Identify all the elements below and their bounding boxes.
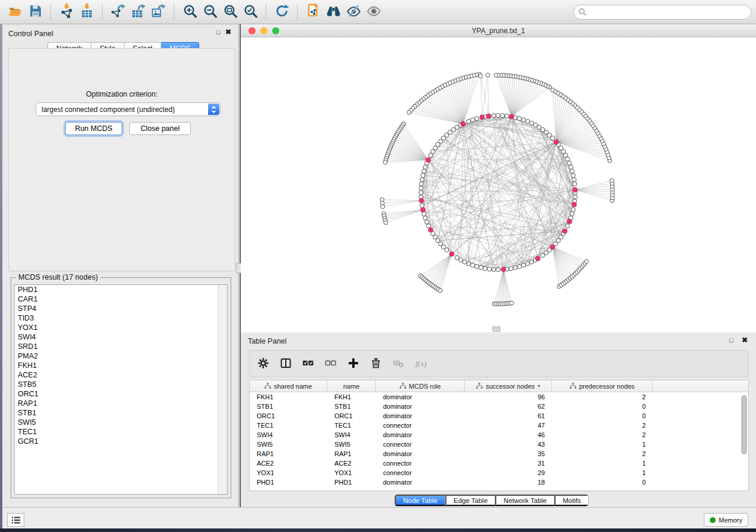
mcds-list-scrollbar[interactable] xyxy=(218,285,227,494)
graph-mcds-node[interactable] xyxy=(573,188,578,193)
close-panel-icon[interactable]: ✖ xyxy=(742,336,748,344)
graph-node[interactable] xyxy=(570,169,574,173)
mcds-result-item[interactable]: FKH1 xyxy=(15,361,227,370)
mcds-result-item[interactable]: RAP1 xyxy=(15,399,227,408)
graph-mcds-node[interactable] xyxy=(449,252,454,257)
tab-motifs[interactable]: Motifs xyxy=(554,495,588,506)
graph-node[interactable] xyxy=(566,224,570,228)
graph-leaf-node[interactable] xyxy=(486,73,490,77)
graph-node[interactable] xyxy=(487,267,492,271)
tab-node-table[interactable]: Node Table xyxy=(395,495,445,506)
graph-node[interactable] xyxy=(529,121,534,125)
tab-network-table[interactable]: Network Table xyxy=(495,495,554,506)
graph-node[interactable] xyxy=(423,216,428,220)
graph-mcds-node[interactable] xyxy=(509,114,514,119)
graph-mcds-node[interactable] xyxy=(480,115,484,120)
mcds-result-item[interactable]: SWI5 xyxy=(15,418,227,427)
graph-node[interactable] xyxy=(513,265,517,270)
mcds-result-list[interactable]: PHD1CAR1STP4TID3YOX1SWI4SRD1PMA2FKH1ACE2… xyxy=(14,284,228,495)
column-header-successor-nodes[interactable]: successor nodes▾ xyxy=(465,380,552,392)
close-panel-icon[interactable]: ✖ xyxy=(225,28,231,36)
add-column-button[interactable] xyxy=(347,357,360,370)
export-network-button[interactable] xyxy=(108,2,128,21)
graph-mcds-node[interactable] xyxy=(428,227,433,232)
graph-node[interactable] xyxy=(423,165,428,169)
graph-mcds-node[interactable] xyxy=(567,219,572,224)
mcds-result-item[interactable]: SWI4 xyxy=(15,332,227,342)
graph-node[interactable] xyxy=(521,118,525,122)
delete-column-button[interactable] xyxy=(369,357,382,370)
export-table-button[interactable] xyxy=(128,2,148,21)
mcds-result-item[interactable]: YOX1 xyxy=(15,323,227,332)
mcds-result-item[interactable]: SRD1 xyxy=(15,342,227,351)
table-settings-button[interactable] xyxy=(257,357,270,370)
graph-mcds-node[interactable] xyxy=(419,198,424,203)
graph-leaf-node[interactable] xyxy=(438,289,442,293)
show-all-button[interactable] xyxy=(363,2,384,21)
table-row[interactable]: SWI4SWI4dominator462 xyxy=(250,430,748,440)
graph-node[interactable] xyxy=(459,258,463,262)
graph-leaf-node[interactable] xyxy=(383,161,387,165)
graph-node[interactable] xyxy=(573,195,577,199)
graph-node[interactable] xyxy=(525,262,529,266)
horizontal-splitter-handle[interactable] xyxy=(492,326,500,332)
export-image-button[interactable] xyxy=(148,2,168,21)
table-row[interactable]: TEC1TEC1connector472 xyxy=(250,421,748,430)
mcds-result-item[interactable]: STB5 xyxy=(15,380,227,389)
graph-node[interactable] xyxy=(445,248,449,252)
mcds-result-item[interactable]: PMA2 xyxy=(15,351,227,361)
graph-node[interactable] xyxy=(420,178,424,182)
search-input[interactable] xyxy=(573,5,751,20)
node-table[interactable]: shared namenameMCDS rolesuccessor nodes▾… xyxy=(249,380,749,491)
graph-node[interactable] xyxy=(462,260,467,264)
column-header-predecessor-nodes[interactable]: predecessor nodes xyxy=(552,380,653,392)
first-neighbors-button[interactable] xyxy=(323,2,343,21)
graph-node[interactable] xyxy=(517,264,521,268)
graph-leaf-node[interactable] xyxy=(494,73,498,78)
graph-node[interactable] xyxy=(509,267,513,271)
table-scrollbar-thumb[interactable] xyxy=(741,395,747,454)
memory-button[interactable]: Memory xyxy=(704,513,748,527)
mcds-result-item[interactable]: TID3 xyxy=(15,313,227,323)
graph-node[interactable] xyxy=(573,182,577,186)
graph-node[interactable] xyxy=(521,263,525,267)
zoom-in-button[interactable] xyxy=(180,2,200,21)
save-session-button[interactable] xyxy=(25,2,45,21)
table-row[interactable]: ORC1ORC1dominator610 xyxy=(250,411,748,421)
graph-node[interactable] xyxy=(419,182,423,186)
graph-node[interactable] xyxy=(496,113,500,117)
graph-mcds-node[interactable] xyxy=(572,202,576,207)
sort-menu-icon[interactable]: ▾ xyxy=(538,383,540,389)
graph-node[interactable] xyxy=(569,165,573,169)
mcds-result-item[interactable]: ACE2 xyxy=(15,370,227,380)
graph-leaf-node[interactable] xyxy=(407,110,412,114)
graph-node[interactable] xyxy=(517,117,521,121)
table-row[interactable]: FKH1FKH1dominator962 xyxy=(250,392,748,402)
graph-leaf-node[interactable] xyxy=(381,205,385,209)
zoom-selected-button[interactable] xyxy=(240,2,260,21)
network-view[interactable] xyxy=(241,37,756,332)
graph-mcds-node[interactable] xyxy=(550,245,555,249)
table-row[interactable]: SWI5SWI5connector431 xyxy=(250,440,748,449)
table-row[interactable]: YOX1YOX1connector291 xyxy=(250,468,748,477)
show-panels-button[interactable] xyxy=(7,513,24,527)
graph-mcds-node[interactable] xyxy=(461,121,465,126)
graph-node[interactable] xyxy=(496,267,500,271)
graph-node[interactable] xyxy=(529,260,534,264)
graph-node[interactable] xyxy=(429,153,433,158)
graph-mcds-node[interactable] xyxy=(501,267,506,272)
mcds-result-item[interactable]: TEC1 xyxy=(15,427,227,437)
graph-mcds-node[interactable] xyxy=(535,256,540,261)
graph-node[interactable] xyxy=(566,157,570,161)
graph-leaf-node[interactable] xyxy=(384,220,388,225)
graph-mcds-node[interactable] xyxy=(426,158,430,162)
graph-node[interactable] xyxy=(419,186,423,190)
graph-node[interactable] xyxy=(471,263,475,267)
table-row[interactable]: ACE2ACE2connector311 xyxy=(250,459,748,468)
graph-node[interactable] xyxy=(471,118,475,122)
graph-node[interactable] xyxy=(525,119,529,123)
network-graph[interactable] xyxy=(241,37,756,332)
graph-node[interactable] xyxy=(474,264,479,268)
new-network-from-selection-button[interactable] xyxy=(303,2,323,21)
graph-node[interactable] xyxy=(533,123,537,127)
